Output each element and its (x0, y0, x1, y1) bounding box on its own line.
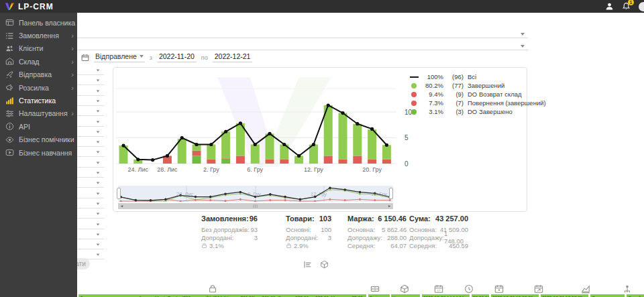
sidebar-item-0[interactable]: Панель власника (0, 16, 77, 29)
chevron-right-icon: › (71, 58, 74, 65)
package-icon[interactable] (400, 284, 409, 294)
chevron-down-icon (97, 254, 100, 256)
stat-value: 103 (319, 215, 331, 225)
sidebar-item-3[interactable]: Склад› (0, 55, 77, 68)
sidebar-item-4[interactable]: Відправка› (0, 68, 77, 81)
order-row-cell-1[interactable]: Готівка (368, 294, 390, 297)
scroll-right-icon[interactable]: ▸ (386, 203, 392, 209)
chevron-down-icon (521, 45, 525, 48)
order-row-cell-8[interactable]: Онлайн (626, 294, 644, 297)
bag-icon (201, 243, 207, 249)
package-icon[interactable] (320, 260, 329, 269)
chevron-down-icon (97, 243, 100, 245)
sidebar-item-2[interactable]: Клієнти› (0, 42, 77, 55)
calendar-send-icon[interactable] (534, 284, 543, 294)
chevron-right-icon: › (71, 32, 74, 39)
chevron-down-icon (140, 55, 144, 58)
money-icon[interactable] (370, 284, 380, 294)
stat-sub-label: Допродані: (201, 234, 233, 241)
bag-icon[interactable] (208, 284, 217, 294)
scroll-grip[interactable]: ||| (253, 203, 258, 209)
order-row-cell-5[interactable]: 2022-12-20 15:02:20 (490, 294, 539, 297)
chart-navigator[interactable]: 28. Лис6. Гру12. Гру19. Гру (118, 186, 393, 202)
statistics-icon (5, 97, 14, 105)
sidebar-item-10[interactable]: Бізнес навчання (0, 146, 77, 159)
legend-item-2[interactable]: 9.4%(9)DO Возврат склад (409, 90, 546, 99)
navigator-tick-label: 19. Гру (371, 191, 387, 197)
legend-dot-swatch (409, 109, 419, 115)
stat-sub-value: 100 (321, 226, 331, 233)
legend-item-1[interactable]: 80.2%(77)Завершений (409, 81, 546, 90)
chevron-down-icon (97, 100, 100, 102)
api-icon (5, 122, 14, 131)
date-from-input[interactable]: 2022-11-20 (157, 52, 197, 62)
chevron-down-icon (97, 172, 100, 174)
legend-pct: 7.3% (422, 99, 443, 107)
calendar-icon (81, 54, 89, 62)
legend-count: (3) (446, 108, 464, 115)
legend-item-4[interactable]: 3.1%(3)DO Завершено (409, 107, 546, 116)
date-status-select[interactable]: Відправлене (94, 52, 145, 62)
legend-pct: 80.2% (422, 82, 443, 89)
statistics-chart[interactable]: 105024. Лис28. Лис2. Гру6. Гру12. Гру20.… (116, 70, 418, 179)
stat-sub-value: 450.59 (449, 242, 468, 249)
bell-icon[interactable]: 1 (622, 2, 631, 11)
sidebar-item-5[interactable]: Розсилка› (0, 81, 77, 94)
sidebar: Панель власникаЗамовлення›Клієнти›Склад›… (0, 13, 77, 297)
scroll-left-icon[interactable]: ◂ (119, 203, 125, 209)
legend-label: Завершений (468, 82, 504, 89)
brand-logo[interactable]: LP-CRM (5, 2, 54, 11)
user-icon[interactable] (605, 2, 614, 11)
date-to-input[interactable]: 2022-12-21 (213, 52, 253, 62)
chevron-down-icon (97, 131, 100, 133)
topbar-actions: 1 (605, 0, 644, 13)
order-row-cell-6[interactable]: 2022-12-21 13:07:05 (540, 294, 588, 297)
navigator-handle-left[interactable] (117, 188, 121, 199)
sidebar-item-6[interactable]: Статистика (0, 94, 77, 107)
navigator-handle-right[interactable] (389, 188, 393, 199)
sidebar-item-9[interactable]: Бізнес помічники (0, 133, 77, 146)
clock-icon[interactable] (464, 284, 474, 294)
order-row-cell-3[interactable]: 2022-12-20 14:14:04 (421, 294, 470, 297)
legend-label: DO Возврат склад (468, 91, 522, 98)
navigator-scrollbar[interactable]: ◂ ||| ▸ (118, 203, 393, 209)
svg-text:5: 5 (405, 134, 409, 141)
svg-text:28. Лис: 28. Лис (157, 166, 178, 173)
filter-select-2[interactable] (77, 40, 528, 50)
sidebar-item-label: Бізнес навчання (19, 149, 72, 157)
legend-pct: 3.1% (422, 108, 443, 115)
legend-dot-swatch (409, 83, 419, 88)
legend-item-0[interactable]: 100%(96)Всі (409, 72, 546, 81)
date-filter-bar: Відправлене з 2022-11-20 по 2022-12-21 (81, 52, 252, 62)
shipping-icon (5, 70, 14, 79)
legend-item-3[interactable]: 7.3%(7)Повернення (завершений) (409, 99, 546, 107)
stat-sub-label: Допродажу: (347, 234, 382, 241)
chevron-down-icon (97, 233, 100, 235)
lp-crm-statistics-page: { "topbar": { "brand": "LP-CRM", "notifi… (0, 0, 644, 297)
order-row-cell-2[interactable]: Укрпошта (390, 294, 420, 297)
sidebar-item-1[interactable]: Замовлення› (0, 29, 77, 42)
sidebar-item-7[interactable]: Налаштування› (0, 107, 77, 120)
stat-column-2: Маржа:6 150.46Основна:5 862.46Допродажу:… (347, 215, 407, 249)
stat-sub-label: Без допродажів: (201, 226, 250, 233)
order-row-cell-4[interactable]: 00:00:00 (471, 294, 489, 297)
calendar-icon[interactable]: 17 (434, 284, 443, 294)
avatar[interactable] (639, 2, 644, 11)
legend-count: (96) (446, 73, 464, 80)
order-row-cell-0[interactable]: Допродаж до замовлення — Аромат Magic Tr… (78, 294, 366, 297)
stat-sub-label: Основна: (347, 226, 375, 233)
filter-select-1[interactable] (77, 28, 528, 38)
area-chart-icon[interactable] (581, 284, 590, 294)
calendar-date-icon[interactable] (494, 284, 504, 294)
chevron-down-icon (97, 141, 100, 143)
list-settings-icon[interactable] (303, 260, 312, 269)
stat-sub-value: 288.00 (387, 234, 407, 241)
sidebar-item-8[interactable]: API (0, 120, 77, 133)
order-row-cell-7[interactable]: Опрацьовано (590, 294, 625, 297)
stat-title: Сума: (409, 215, 431, 225)
org-icon[interactable] (623, 284, 632, 294)
chart-legend: 100%(96)Всі80.2%(77)Завершений9.4%(9)DO … (409, 72, 546, 116)
highlighted-order-row[interactable]: Допродаж до замовлення — Аромат Magic Tr… (77, 294, 644, 297)
chevron-right-icon: › (71, 71, 74, 78)
svg-text:20. Гру: 20. Гру (362, 166, 382, 173)
